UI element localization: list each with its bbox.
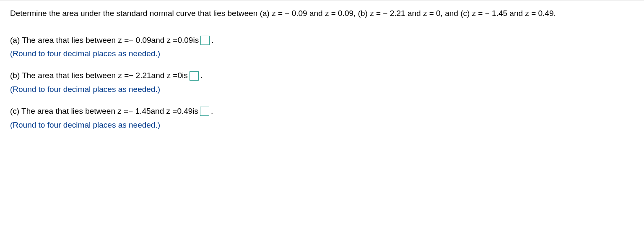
part-a-period: . xyxy=(211,34,213,47)
part-c-instruction: (Round to four decimal places as needed.… xyxy=(10,119,634,131)
part-b-z2: 0 xyxy=(177,69,182,82)
part-c-z2: 0.49 xyxy=(177,105,192,118)
part-b-z1: − 2.21 xyxy=(129,69,151,82)
part-a: (a) The area that lies between z = − 0.0… xyxy=(10,34,634,60)
part-b-statement: (b) The area that lies between z = − 2.2… xyxy=(10,69,634,82)
part-c-statement: (c) The area that lies between z = − 1.4… xyxy=(10,105,634,118)
part-b-prefix: (b) The area that lies between z = xyxy=(10,69,129,82)
part-a-prefix: (a) The area that lies between z = xyxy=(10,34,129,47)
part-a-mid: and z = xyxy=(151,34,178,47)
part-c: (c) The area that lies between z = − 1.4… xyxy=(10,105,634,131)
part-c-period: . xyxy=(211,105,213,118)
part-b-period: . xyxy=(200,69,203,82)
part-c-answer-input[interactable] xyxy=(200,107,209,116)
part-a-z1: − 0.09 xyxy=(129,34,151,47)
part-c-suffix: is xyxy=(192,105,198,118)
part-a-statement: (a) The area that lies between z = − 0.0… xyxy=(10,34,634,47)
part-b-suffix: is xyxy=(182,69,188,82)
part-b-instruction: (Round to four decimal places as needed.… xyxy=(10,83,634,96)
question-body: (a) The area that lies between z = − 0.0… xyxy=(0,27,644,147)
part-a-instruction: (Round to four decimal places as needed.… xyxy=(10,47,634,60)
part-a-answer-input[interactable] xyxy=(200,36,210,45)
question-text: Determine the area under the standard no… xyxy=(10,9,556,18)
part-b-answer-input[interactable] xyxy=(190,71,199,81)
part-c-prefix: (c) The area that lies between z = xyxy=(10,105,128,118)
part-c-z1: − 1.45 xyxy=(128,105,151,118)
part-a-suffix: is xyxy=(193,34,199,47)
part-a-z2: 0.09 xyxy=(177,34,193,47)
part-c-mid: and z = xyxy=(151,105,177,118)
question-prompt: Determine the area under the standard no… xyxy=(0,0,644,27)
part-b-mid: and z = xyxy=(151,69,178,82)
part-b: (b) The area that lies between z = − 2.2… xyxy=(10,69,634,96)
